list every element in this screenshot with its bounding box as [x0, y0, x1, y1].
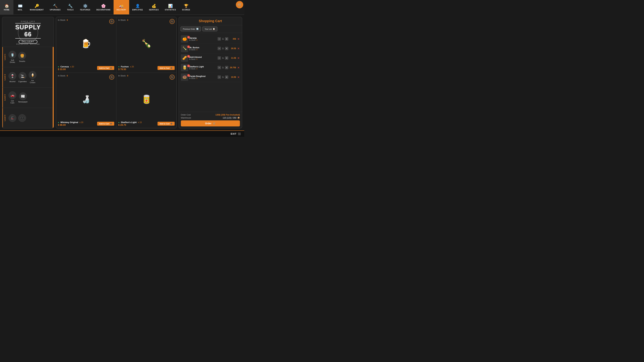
- mr-burton-remove-button[interactable]: ✕: [237, 47, 240, 50]
- sheffons-cart-qty-decrease[interactable]: −: [218, 66, 221, 69]
- category-ice-cream[interactable]: 🍦 IceCream: [29, 71, 36, 83]
- nav-item-employee[interactable]: 👤 EMPLOYEE: [129, 0, 146, 14]
- mr-burton-price: 26.5$: [229, 47, 236, 50]
- bold-almond-qty-val: 1: [222, 57, 224, 59]
- your-list-icon: 📋: [213, 28, 215, 30]
- naranja-stock-label: In Stock:: [189, 39, 196, 41]
- mr-burton-qty-increase[interactable]: +: [225, 47, 228, 50]
- employee-nav-icon: 👤: [136, 4, 140, 8]
- sheffons-cart-remove-button[interactable]: ✕: [237, 66, 240, 69]
- fuchon-add-label: Add to Cart: [160, 67, 170, 69]
- cerveza-refresh-btn[interactable]: ↻: [109, 19, 114, 24]
- naranja-stock-val: 0: [196, 39, 198, 41]
- level-1-section: Level 1 🥤 SoftDrinks 🍔 Snacks: [2, 47, 53, 67]
- cart-title: Shopping Cart: [179, 17, 242, 25]
- nav-item-management[interactable]: 🔑 MANAGEMENT: [27, 0, 47, 14]
- whiskey-refresh-btn[interactable]: ↻: [109, 75, 114, 80]
- purple-doughnut-qty-increase[interactable]: +: [225, 75, 228, 79]
- shopping-cart-panel: Shopping Cart Previous Order 🔄 Your List…: [178, 17, 242, 128]
- naranja-qty-decrease[interactable]: −: [218, 37, 221, 40]
- order-button[interactable]: Order 🛒: [181, 120, 240, 126]
- naranja-qty-increase[interactable]: +: [225, 37, 228, 40]
- sheffons-cart-name: Sheffon's Light: [189, 65, 216, 68]
- category-soft-drinks[interactable]: 🥤 SoftDrinks: [8, 51, 16, 63]
- nav-item-mail[interactable]: ✉️ MAIL: [14, 0, 27, 14]
- category-snacks[interactable]: 🍔 Snacks: [18, 52, 26, 62]
- nav-item-services[interactable]: 💰 SERVICES: [146, 0, 162, 14]
- purple-doughnut-cart-image: 🍩: [181, 73, 188, 81]
- tools-nav-label: TOOLS: [67, 9, 74, 11]
- whiskey-add-to-cart-button[interactable]: Add to Cart ➕: [97, 122, 114, 126]
- bold-almond-qty-increase[interactable]: +: [225, 56, 228, 60]
- sheffons-refresh-btn[interactable]: ↻: [170, 75, 175, 80]
- order-cost-label: Order Cost: [181, 114, 191, 116]
- warehouse-value: 115 (115) / 350: [223, 117, 236, 119]
- bold-almond-remove-button[interactable]: ✕: [237, 56, 240, 60]
- nav-item-statistics[interactable]: 📊 STATISTICS: [162, 0, 179, 14]
- soft-drinks-label: SoftDrinks: [10, 59, 15, 63]
- sheffons-cart-qty-increase[interactable]: +: [225, 66, 228, 69]
- bottom-bar: EXIT ⬛: [0, 130, 244, 137]
- nav-item-upgrades[interactable]: 🔨 UPGRADES: [47, 0, 64, 14]
- nav-item-delivery[interactable]: 🚚 DELIVERY: [114, 0, 129, 14]
- category-cigarettes[interactable]: 🚬 Cigarettes: [18, 72, 27, 82]
- bold-almond-cart-badge: 1: [187, 55, 190, 58]
- nav-item-home[interactable]: 🏠 HOME: [0, 0, 14, 14]
- category-glasses[interactable]: 🕶️: [18, 114, 26, 122]
- employee-nav-label: EMPLOYEE: [132, 9, 143, 11]
- since-text: SINCE 1953: [21, 21, 35, 22]
- nav-item-tools[interactable]: 🔧 TOOLS: [64, 0, 77, 14]
- exit-button[interactable]: EXIT ⬛: [231, 132, 241, 135]
- decorations-nav-icon: 🌸: [101, 4, 106, 8]
- cerveza-add-icon: ➕: [110, 67, 112, 69]
- naranja-cart-name: Naranja: [189, 37, 216, 39]
- cerveza-add-to-cart-button[interactable]: Add to Cart ➕: [97, 66, 114, 70]
- mr-burton-qty-control: − 1 +: [218, 47, 228, 50]
- level-2-label: Level 2: [2, 67, 7, 87]
- ice-cream-icon: 🍦: [29, 71, 36, 79]
- purple-doughnut-qty-decrease[interactable]: −: [218, 75, 221, 79]
- category-newspaper[interactable]: 📰 Newspaper: [18, 92, 28, 103]
- sheffons-cart-price: 28.75$: [229, 66, 236, 69]
- previous-order-button[interactable]: Previous Order 🔄: [180, 26, 201, 31]
- cerveza-image: 🍺: [58, 23, 114, 64]
- cart-item-sheffons-light: 🥫 1 Sheffon's Light In Stock: 0 − 1 + 28…: [180, 63, 240, 72]
- purple-doughnut-remove-button[interactable]: ✕: [237, 76, 240, 79]
- bold-almond-qty-decrease[interactable]: −: [218, 56, 221, 60]
- purple-doughnut-details: Purple Doughnut In Stock: 0: [189, 75, 216, 79]
- nav-item-scores[interactable]: 🏆 SCORES: [179, 0, 193, 14]
- sheffons-qty: x 15: [138, 121, 142, 124]
- purple-doughnut-stock-label: In Stock:: [189, 77, 196, 79]
- ice-cream-label: IceCream: [30, 79, 36, 83]
- cart-fab-button[interactable]: 🛒: [236, 1, 243, 8]
- category-hats[interactable]: 🎩: [8, 114, 16, 122]
- product-fuchon: In Stock: 0 ↻ 🍾 ● Fuchon x 25 $ 78.50 Ad…: [116, 17, 176, 72]
- mr-burton-stock-label: In Stock:: [189, 49, 196, 51]
- category-car-care[interactable]: 🚗 CarCare: [8, 91, 16, 104]
- whiskey-stock-count: 0: [67, 75, 68, 77]
- mr-burton-cart-image: 🍾: [181, 45, 188, 52]
- management-nav-icon: 🔑: [34, 4, 39, 8]
- category-alcohol[interactable]: 🍷 Alcohol: [8, 72, 16, 82]
- fuchon-refresh-btn[interactable]: ↻: [170, 19, 175, 24]
- top-navigation: 🏠 HOME ✉️ MAIL 🔑 MANAGEMENT 🔨 UPGRADES 🔧…: [0, 0, 244, 15]
- cart-item-mr-burton: 🍾 1 Mr. Burton In Stock: 0 − 1 + 26.5$ ✕: [180, 44, 240, 53]
- bold-almond-details: Bold Almond In Stock: 0: [189, 56, 216, 60]
- your-list-button[interactable]: Your List 📋: [202, 26, 218, 31]
- level-4-section: Level 4 🎩 🕶️: [2, 108, 53, 128]
- nav-item-decorations[interactable]: 🌸 DECORATIONS: [94, 0, 114, 14]
- soft-drinks-icon: 🥤: [8, 51, 16, 58]
- sheffons-cart-stock-val: 0: [196, 68, 198, 70]
- cerveza-price: $ 33.00: [58, 68, 74, 71]
- sheffons-add-to-cart-button[interactable]: Add to Cart ➕: [158, 122, 175, 126]
- naranja-details: Naranja In Stock: 0: [189, 37, 216, 41]
- sheffons-cart-stock-label: In Stock:: [189, 68, 196, 70]
- fuchon-add-to-cart-button[interactable]: Add to Cart ➕: [158, 66, 175, 70]
- bold-almond-stock-label: In Stock:: [189, 58, 196, 60]
- mr-burton-qty-val: 1: [222, 47, 224, 50]
- mr-burton-qty-decrease[interactable]: −: [218, 47, 221, 50]
- nav-item-features[interactable]: ❄️ FEATURES: [77, 0, 93, 14]
- level-2-section: Level 2 🍷 Alcohol 🚬 Cigarettes 🍦 IceC: [2, 67, 53, 87]
- naranja-remove-button[interactable]: ✕: [237, 37, 240, 40]
- sheffons-image: 🥫: [118, 78, 175, 120]
